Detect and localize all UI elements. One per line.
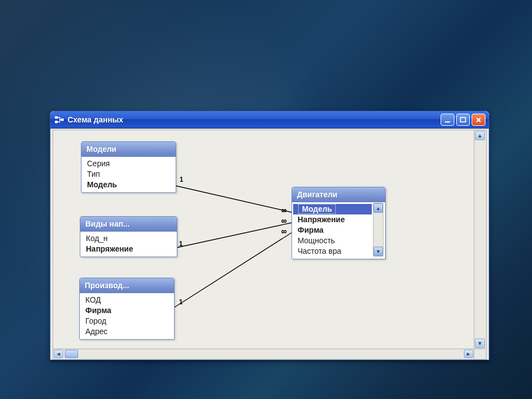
titlebar[interactable]: Схема данных	[50, 111, 489, 129]
field[interactable]: Код_н	[81, 233, 176, 244]
svg-line-5	[175, 186, 291, 212]
table-models[interactable]: Модели Серия Тип Модель	[81, 141, 176, 193]
diagram-canvas[interactable]: 1 1 1 8 8 8 Модели Серия Тип Модель Виды…	[53, 130, 474, 349]
table-title[interactable]: Модели	[81, 142, 176, 157]
maximize-button[interactable]	[456, 114, 470, 126]
cardinality-many-icon: 8	[280, 209, 288, 213]
field[interactable]: Мощность	[293, 236, 372, 246]
scroll-up-icon[interactable]: ▲	[374, 203, 383, 213]
field-key[interactable]: Модель	[83, 180, 175, 190]
table-producers[interactable]: Производ... КОД Фирма Город Адрес	[79, 278, 175, 340]
field[interactable]: Частота вра	[293, 246, 372, 257]
vertical-scrollbar[interactable]: ▲ ▼	[474, 130, 486, 349]
client-area: 1 1 1 8 8 8 Модели Серия Тип Модель Виды…	[53, 130, 487, 360]
table-title[interactable]: Двигатели	[292, 187, 385, 202]
cardinality-many-icon: 8	[280, 219, 288, 223]
scroll-down-icon[interactable]: ▼	[475, 339, 485, 348]
table-voltages[interactable]: Виды нап... Код_н Напряжение	[80, 216, 177, 257]
minimize-button[interactable]	[441, 114, 454, 126]
field[interactable]: Серия	[83, 158, 175, 169]
svg-rect-4	[461, 117, 466, 122]
scroll-down-icon[interactable]: ▼	[374, 247, 383, 256]
svg-rect-0	[55, 116, 58, 119]
field-key[interactable]: Фирма	[293, 225, 372, 236]
table-title[interactable]: Производ...	[80, 278, 174, 293]
table-field-list: Код_н Напряжение	[80, 232, 177, 257]
cardinality-one: 1	[179, 298, 183, 306]
scroll-thumb[interactable]	[65, 350, 78, 358]
scroll-track[interactable]	[475, 141, 485, 337]
field-selected[interactable]: Модель	[293, 204, 372, 214]
relationship-icon	[55, 115, 64, 124]
relationships-window: Схема данных 1 1 1 8 8	[50, 111, 489, 360]
field-key[interactable]: Напряжение	[293, 214, 372, 225]
table-field-list: Серия Тип Модель	[81, 157, 176, 192]
field[interactable]: КОД	[81, 295, 173, 305]
table-field-list: КОД Фирма Город Адрес	[80, 293, 174, 339]
svg-line-6	[176, 223, 291, 248]
close-button[interactable]	[472, 114, 485, 126]
svg-line-7	[174, 233, 291, 308]
window-controls	[441, 114, 485, 126]
cardinality-many-icon: 8	[280, 230, 288, 234]
scroll-track[interactable]	[374, 213, 383, 247]
horizontal-scrollbar[interactable]: ◄ ►	[53, 349, 474, 359]
table-field-list: Модель Напряжение Фирма Мощность Частота…	[292, 202, 373, 259]
scrollbar-corner	[474, 349, 486, 359]
table-title[interactable]: Виды нап...	[80, 217, 177, 232]
cardinality-one: 1	[180, 176, 183, 183]
svg-rect-2	[61, 119, 64, 121]
window-title: Схема данных	[68, 115, 123, 124]
cardinality-one: 1	[179, 240, 183, 248]
field-key[interactable]: Фирма	[81, 305, 173, 316]
field[interactable]: Адрес	[81, 326, 173, 337]
field[interactable]: Город	[81, 316, 173, 326]
field-key[interactable]: Напряжение	[81, 244, 176, 254]
scroll-left-icon[interactable]: ◄	[54, 350, 63, 358]
scroll-right-icon[interactable]: ►	[464, 350, 473, 358]
window-shadow	[50, 360, 489, 361]
field[interactable]: Тип	[83, 169, 175, 180]
table-engines[interactable]: Двигатели Модель Напряжение Фирма Мощнос…	[291, 187, 386, 259]
field-scrollbar[interactable]: ▲ ▼	[373, 203, 383, 257]
scroll-track[interactable]	[79, 350, 463, 359]
svg-rect-1	[55, 121, 58, 123]
svg-rect-3	[445, 121, 450, 122]
scroll-up-icon[interactable]: ▲	[475, 131, 485, 140]
